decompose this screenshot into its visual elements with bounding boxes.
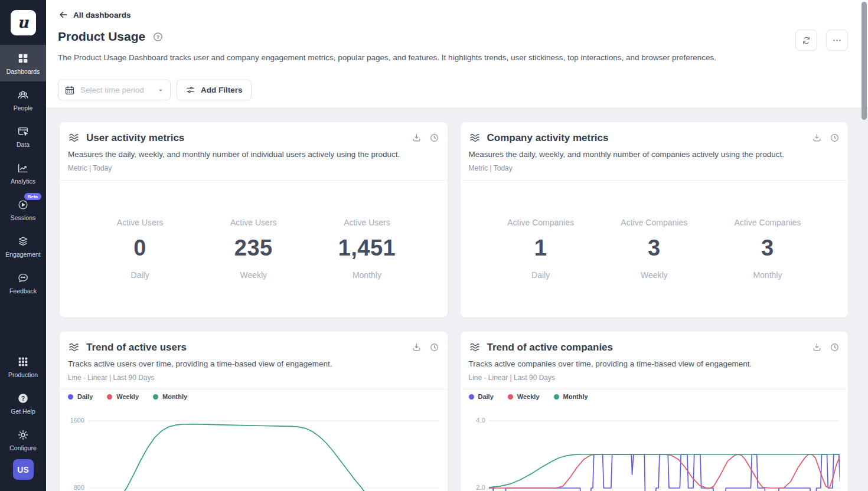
sidebar-bottom-group: Production ? Get Help Configure (0, 348, 46, 491)
card-title: Company activity metrics (487, 132, 807, 144)
metric-daily: Active Companies 1 Daily (484, 218, 598, 280)
sidebar-item-production[interactable]: Production (0, 348, 46, 385)
back-to-dashboards-link[interactable]: All dashboards (58, 9, 131, 20)
sidebar-item-label: Data (17, 141, 30, 148)
metric-monthly: Active Users 1,451 Monthly (310, 218, 423, 280)
y-axis-tick: 2.0 (466, 484, 485, 491)
legend-label: Weekly (116, 393, 139, 400)
legend-item-daily[interactable]: Daily (469, 393, 494, 400)
metric-label: Active Users (310, 218, 423, 227)
help-circle-icon[interactable]: ? (152, 31, 164, 42)
sidebar-item-label: Analytics (11, 178, 35, 185)
time-period-select[interactable]: Select time period (58, 80, 171, 100)
sidebar-item-label: Get Help (11, 408, 35, 415)
download-icon[interactable] (812, 342, 822, 352)
divider (461, 389, 849, 389)
sidebar-item-label: Sessions (11, 214, 36, 221)
sidebar-item-analytics[interactable]: Analytics (0, 155, 46, 191)
download-icon[interactable] (412, 342, 422, 352)
download-icon[interactable] (412, 133, 422, 143)
chevron-down-icon (157, 87, 164, 94)
chart-legend: Daily Weekly Monthly (469, 393, 588, 400)
history-clock-icon[interactable] (830, 133, 840, 143)
metric-period: Weekly (598, 270, 711, 280)
metric-monthly: Active Companies 3 Monthly (711, 218, 824, 280)
waves-chart-icon (68, 341, 80, 353)
help-icon: ? (17, 392, 30, 405)
avatar-wrap: US (0, 458, 46, 491)
back-label: All dashboards (73, 11, 131, 19)
filter-row: Select time period Add Filters (58, 80, 252, 100)
legend-dot (469, 394, 474, 400)
legend-item-monthly[interactable]: Monthly (554, 393, 588, 400)
engagement-icon (17, 235, 30, 248)
sidebar: u Dashboards People (0, 0, 46, 491)
metrics-row: Active Companies 1 Daily Active Companie… (461, 180, 849, 317)
waves-chart-icon (469, 132, 481, 144)
trend-active-users-chart (88, 413, 439, 491)
metric-value: 3 (598, 235, 711, 261)
download-icon[interactable] (812, 133, 822, 143)
sidebar-item-sessions[interactable]: Beta Sessions (0, 191, 46, 228)
add-filters-button[interactable]: Add Filters (177, 80, 252, 100)
sidebar-item-get-help[interactable]: ? Get Help (0, 385, 46, 421)
people-icon (17, 89, 30, 102)
card-trend-active-companies: Trend of active companies Tracks active … (461, 332, 849, 491)
chart-legend: Daily Weekly Monthly (68, 393, 187, 400)
legend-dot (68, 394, 73, 400)
svg-text:?: ? (156, 34, 159, 40)
metric-label: Active Companies (598, 218, 711, 227)
feedback-icon (17, 271, 30, 284)
card-user-activity-metrics: User activity metrics Measures the daily… (60, 122, 448, 317)
card-description: Tracks active companies over time, provi… (469, 359, 840, 368)
metric-value: 0 (83, 235, 197, 261)
page-title-row: Product Usage ? (58, 30, 164, 44)
card-meta: Line - Linear | Last 90 Days (469, 374, 840, 382)
legend-item-weekly[interactable]: Weekly (508, 393, 540, 400)
card-description: Measures the daily, weekly, and monthly … (68, 150, 439, 159)
sidebar-item-label: People (14, 104, 33, 112)
page-header: All dashboards Product Usage ? (46, 0, 868, 108)
history-clock-icon[interactable] (429, 133, 439, 143)
card-trend-active-users: Trend of active users Tracks active user… (60, 332, 448, 491)
sidebar-item-configure[interactable]: Configure (0, 421, 46, 458)
metric-value: 1 (484, 235, 598, 261)
legend-item-daily[interactable]: Daily (68, 393, 93, 400)
y-axis-tick: 4.0 (466, 417, 485, 424)
app-window: u Dashboards People (0, 0, 868, 491)
gear-icon (17, 428, 30, 441)
dashboards-icon (17, 52, 30, 65)
card-meta: Line - Linear | Last 90 Days (68, 374, 439, 382)
calendar-icon (64, 85, 75, 96)
sidebar-item-engagement[interactable]: Engagement (0, 228, 46, 264)
legend-dot (554, 394, 559, 400)
userpilot-logo[interactable]: u (11, 10, 36, 35)
legend-item-monthly[interactable]: Monthly (153, 393, 187, 400)
card-description: Tracks active users over time, providing… (68, 359, 439, 368)
beta-badge: Beta (24, 193, 41, 200)
sidebar-item-feedback[interactable]: Feedback (0, 264, 46, 301)
refresh-button[interactable] (795, 30, 817, 51)
sidebar-item-people[interactable]: People (0, 81, 46, 118)
time-period-placeholder: Select time period (80, 86, 152, 94)
add-filters-label: Add Filters (201, 86, 243, 94)
sidebar-item-label: Dashboards (6, 68, 40, 75)
data-icon (17, 125, 30, 138)
sidebar-item-dashboards[interactable]: Dashboards (0, 45, 46, 81)
sidebar-item-data[interactable]: Data (0, 118, 46, 155)
metric-label: Active Users (197, 218, 310, 227)
dashboard-content: User activity metrics Measures the daily… (46, 108, 868, 491)
history-clock-icon[interactable] (429, 342, 439, 352)
user-avatar[interactable]: US (13, 459, 34, 480)
legend-label: Daily (77, 393, 93, 400)
metric-value: 235 (197, 235, 310, 261)
vertical-scrollbar-thumb[interactable] (862, 2, 867, 120)
more-options-button[interactable] (826, 30, 848, 51)
metric-value: 1,451 (310, 235, 423, 261)
card-meta: Metric | Today (469, 164, 840, 172)
legend-item-weekly[interactable]: Weekly (107, 393, 139, 400)
history-clock-icon[interactable] (830, 342, 840, 352)
card-title: Trend of active users (86, 342, 406, 353)
legend-label: Weekly (517, 393, 540, 400)
metric-label: Active Companies (711, 218, 824, 227)
